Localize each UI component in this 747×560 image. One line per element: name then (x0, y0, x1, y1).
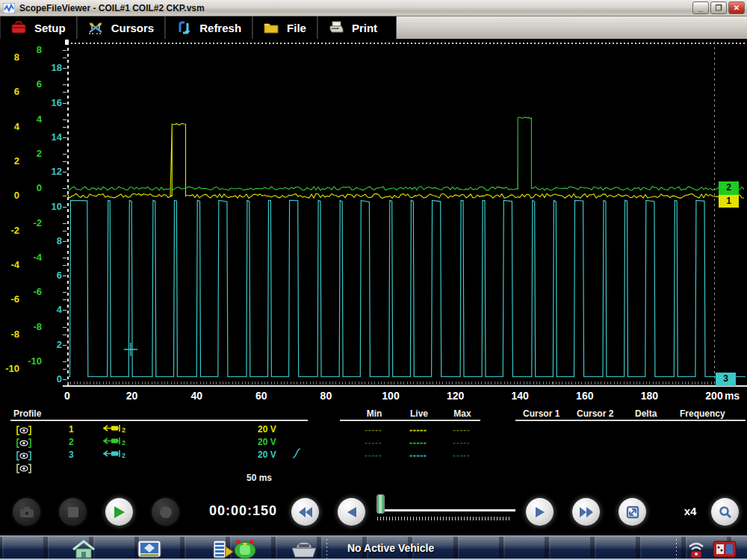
y-axis-label: -4 (22, 253, 42, 262)
folder-icon (263, 20, 279, 35)
x-axis-label: 100 (374, 390, 407, 402)
sweep-setting[interactable]: 50 ms (247, 473, 272, 483)
stop-button[interactable] (59, 498, 87, 526)
channel-marker-2[interactable]: 2 (719, 181, 739, 195)
waveform-canvas (0, 39, 747, 387)
setup-button[interactable]: Setup (0, 16, 77, 39)
x-axis-label: 80 (309, 390, 342, 402)
frequency-header: Frequency (680, 408, 725, 419)
minimize-button[interactable]: _ (692, 1, 709, 14)
rewind-icon (298, 506, 313, 518)
toolbox-icon (10, 20, 27, 35)
rising-slope-icon (291, 447, 302, 459)
y-axis-label: 6 (0, 87, 19, 96)
taskbar: No Active Vehicle (0, 535, 747, 560)
magnifier-icon (719, 505, 732, 519)
restore-button[interactable]: ❐ (710, 1, 727, 14)
scope-file-viewer-window: ScopeFileViewer - COIL#1 COIL#2 CKP.vsm … (0, 0, 747, 560)
y-axis-label: 2 (0, 157, 19, 166)
profile-row-1: 1220 V (16, 423, 308, 435)
position-slider-thumb[interactable] (376, 494, 385, 514)
y-axis-label: 8 (22, 46, 42, 55)
stat-min-ch1: ----- (351, 425, 396, 434)
channel-number: 1 (69, 424, 74, 435)
x-axis-label: 120 (439, 390, 472, 402)
stat-live-ch1: ----- (396, 425, 441, 434)
window-title: ScopeFileViewer - COIL#1 COIL#2 CKP.vsm (19, 3, 205, 13)
position-slider-track[interactable] (377, 509, 515, 511)
stat-max-ch3: ----- (439, 450, 484, 459)
trigger-slope[interactable] (291, 447, 302, 462)
y-axis-label: -10 (0, 364, 19, 373)
channel-visibility-toggle[interactable] (16, 425, 31, 435)
fast-forward-button[interactable] (572, 498, 600, 526)
x-axis-label: 140 (503, 390, 536, 402)
refresh-icon (176, 20, 192, 35)
refresh-button[interactable]: Refresh (165, 16, 252, 39)
record-button[interactable] (152, 498, 179, 526)
probe-indicator[interactable]: 2 (102, 423, 128, 436)
eye-icon (16, 438, 31, 448)
y-axis-label: 4 (0, 122, 19, 131)
crosshair-cursor[interactable] (124, 343, 137, 356)
record-icon (159, 505, 173, 519)
titlebar: ScopeFileViewer - COIL#1 COIL#2 CKP.vsm … (0, 0, 747, 16)
y-axis-label: 18 (43, 63, 62, 72)
stop-icon (67, 506, 79, 518)
rewind-button[interactable] (291, 498, 319, 526)
scope-viewer-icon[interactable] (137, 539, 162, 559)
file-button[interactable]: File (252, 16, 317, 39)
snapshot-button[interactable] (13, 498, 40, 526)
zoom-button[interactable] (711, 498, 739, 526)
channel-scale[interactable]: 20 V (258, 449, 276, 460)
step-forward-icon (535, 506, 545, 518)
close-button[interactable]: ✕ (728, 1, 745, 14)
expand-button[interactable] (619, 498, 646, 526)
x-axis-label: 0 (51, 390, 84, 402)
y-axis-label: -2 (22, 219, 42, 228)
y-axis-label: -2 (0, 226, 19, 235)
channel-scale[interactable]: 20 V (258, 424, 276, 435)
probe-indicator[interactable]: 2 (102, 435, 128, 449)
y-axis-label: 0 (0, 191, 19, 200)
y-axis-label: -8 (22, 323, 42, 332)
vehicle-test-icon[interactable] (230, 538, 260, 560)
probe-icon: 2 (102, 449, 128, 458)
app-icon (3, 3, 15, 13)
home-icon[interactable] (70, 539, 97, 559)
x-axis-label: 20 (116, 390, 149, 402)
readout-panel: Profile 1220 V2220 V3220 V Min Live Max … (0, 407, 747, 487)
probe-icon: 2 (102, 423, 128, 433)
y-axis-label: 4 (22, 115, 42, 124)
cursors-button[interactable]: Cursors (77, 16, 166, 39)
step-forward-button[interactable] (526, 498, 554, 526)
toolbar: Setup Cursors Refresh (0, 16, 747, 39)
channel-scale[interactable]: 20 V (258, 437, 276, 447)
y-axis-label: 12 (43, 167, 62, 176)
active-vehicle-status: No Active Vehicle (347, 542, 434, 554)
channel-number: 2 (69, 437, 74, 447)
vehicle-id-icon[interactable] (290, 539, 318, 559)
probe-indicator[interactable]: 2 (102, 448, 128, 461)
channel-visibility-toggle[interactable] (16, 450, 31, 460)
probe-icon: 2 (102, 436, 128, 446)
print-button[interactable]: Print (317, 16, 388, 39)
stat-min-ch2: ----- (351, 438, 396, 447)
channel-visibility-toggle[interactable] (16, 438, 31, 447)
y-axis-label: -4 (0, 261, 19, 270)
channel-marker-1[interactable]: 1 (719, 195, 739, 208)
svg-text:2: 2 (122, 426, 125, 433)
profile-title: Profile (13, 408, 41, 419)
cursor2-header: Cursor 2 (577, 408, 613, 419)
step-back-button[interactable] (338, 498, 365, 526)
channel-marker-3[interactable]: 3 (716, 373, 736, 386)
x-axis: 020406080100120140160180200ms (0, 387, 747, 407)
wireless-icon[interactable] (684, 539, 709, 559)
y-axis-label: 0 (43, 375, 62, 384)
svg-text:2: 2 (122, 439, 125, 446)
play-button[interactable] (105, 498, 133, 526)
stats-header-min: Min (359, 408, 390, 419)
channel-visibility-toggle[interactable] (16, 463, 31, 473)
y-axis-label: 8 (43, 237, 62, 246)
scanner-module-icon[interactable] (711, 539, 738, 559)
